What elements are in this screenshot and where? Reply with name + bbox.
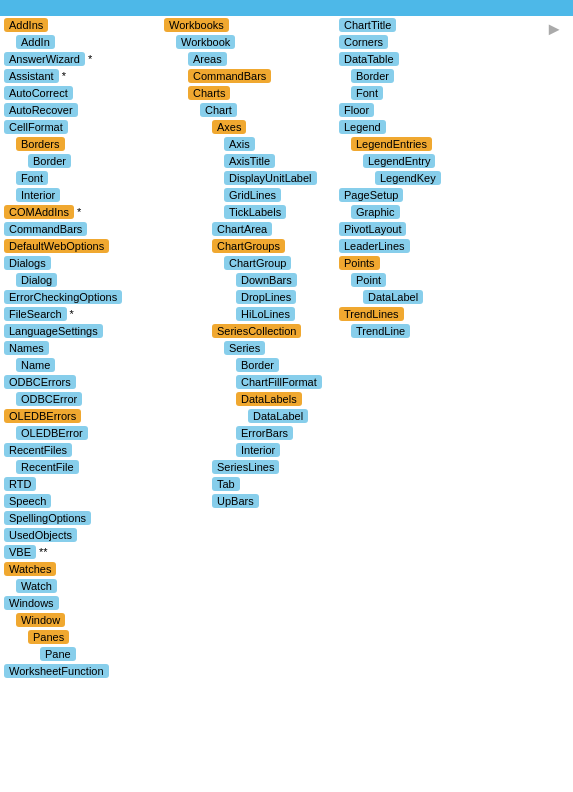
list-item[interactable]: HiLoLines: [236, 306, 337, 322]
list-item[interactable]: SeriesLines: [212, 459, 337, 475]
node-label: ChartArea: [212, 222, 272, 236]
list-item[interactable]: Assistant *: [4, 68, 162, 84]
list-item[interactable]: UsedObjects: [4, 527, 162, 543]
list-item[interactable]: ODBCErrors: [4, 374, 162, 390]
list-item[interactable]: GridLines: [224, 187, 337, 203]
node-label: Tab: [212, 477, 240, 491]
list-item[interactable]: Legend: [339, 119, 537, 135]
list-item[interactable]: TickLabels: [224, 204, 337, 220]
list-item[interactable]: LanguageSettings: [4, 323, 162, 339]
star-marker: *: [70, 308, 74, 320]
list-item[interactable]: Interior: [236, 442, 337, 458]
list-item[interactable]: ErrorCheckingOptions: [4, 289, 162, 305]
list-item[interactable]: TrendLines: [339, 306, 537, 322]
list-item[interactable]: DefaultWebOptions: [4, 238, 162, 254]
list-item[interactable]: Speech: [4, 493, 162, 509]
list-item[interactable]: Charts: [188, 85, 337, 101]
node-label: Dialog: [16, 273, 57, 287]
list-item[interactable]: DataLabels: [236, 391, 337, 407]
node-label: TickLabels: [224, 205, 286, 219]
list-item[interactable]: Workbooks: [164, 17, 337, 33]
list-item[interactable]: AddIns: [4, 17, 162, 33]
list-item[interactable]: LeaderLines: [339, 238, 537, 254]
list-item[interactable]: Axis: [224, 136, 337, 152]
list-item[interactable]: LegendEntry: [363, 153, 537, 169]
list-item[interactable]: Names: [4, 340, 162, 356]
list-item[interactable]: Floor: [339, 102, 537, 118]
list-item[interactable]: SeriesCollection: [212, 323, 337, 339]
node-label: Interior: [16, 188, 60, 202]
list-item[interactable]: PivotLayout: [339, 221, 537, 237]
list-item[interactable]: Point: [351, 272, 537, 288]
list-item[interactable]: AutoCorrect: [4, 85, 162, 101]
list-item[interactable]: Border: [351, 68, 537, 84]
list-item[interactable]: Axes: [212, 119, 337, 135]
list-item[interactable]: Watches: [4, 561, 162, 577]
list-item[interactable]: Chart: [200, 102, 337, 118]
list-item[interactable]: Dialog: [16, 272, 162, 288]
node-label: LanguageSettings: [4, 324, 103, 338]
list-item[interactable]: ChartFillFormat: [236, 374, 337, 390]
list-item[interactable]: Border: [28, 153, 162, 169]
list-item[interactable]: Interior: [16, 187, 162, 203]
list-item[interactable]: ErrorBars: [236, 425, 337, 441]
node-label: Chart: [200, 103, 237, 117]
node-label: LegendKey: [375, 171, 441, 185]
list-item[interactable]: DropLines: [236, 289, 337, 305]
list-item[interactable]: Series: [224, 340, 337, 356]
list-item[interactable]: DownBars: [236, 272, 337, 288]
list-item[interactable]: DisplayUnitLabel: [224, 170, 337, 186]
list-item[interactable]: Window: [16, 612, 162, 628]
list-item[interactable]: LegendKey: [375, 170, 537, 186]
node-label: Interior: [236, 443, 280, 457]
list-item[interactable]: AnswerWizard *: [4, 51, 162, 67]
list-item[interactable]: Font: [16, 170, 162, 186]
list-item[interactable]: AddIn: [16, 34, 162, 50]
node-label: SeriesCollection: [212, 324, 301, 338]
list-item[interactable]: Borders: [16, 136, 162, 152]
list-item[interactable]: CommandBars: [4, 221, 162, 237]
list-item[interactable]: VBE **: [4, 544, 162, 560]
list-item[interactable]: AxisTitle: [224, 153, 337, 169]
list-item[interactable]: ChartGroup: [224, 255, 337, 271]
list-item[interactable]: COMAddIns *: [4, 204, 162, 220]
list-item[interactable]: ODBCError: [16, 391, 162, 407]
list-item[interactable]: Panes: [28, 629, 162, 645]
list-item[interactable]: WorksheetFunction: [4, 663, 162, 679]
list-item[interactable]: Corners: [339, 34, 537, 50]
list-item[interactable]: PageSetup: [339, 187, 537, 203]
list-item[interactable]: Pane: [40, 646, 162, 662]
list-item[interactable]: RecentFiles: [4, 442, 162, 458]
list-item[interactable]: UpBars: [212, 493, 337, 509]
list-item[interactable]: Tab: [212, 476, 337, 492]
list-item[interactable]: CellFormat: [4, 119, 162, 135]
node-label: AddIn: [16, 35, 55, 49]
list-item[interactable]: ChartArea: [212, 221, 337, 237]
list-item[interactable]: Border: [236, 357, 337, 373]
list-item[interactable]: Watch: [16, 578, 162, 594]
list-item[interactable]: Areas: [188, 51, 337, 67]
list-item[interactable]: AutoRecover: [4, 102, 162, 118]
list-item[interactable]: CommandBars: [188, 68, 337, 84]
list-item[interactable]: RTD: [4, 476, 162, 492]
list-item[interactable]: Name: [16, 357, 162, 373]
list-item[interactable]: FileSearch *: [4, 306, 162, 322]
list-item[interactable]: DataTable: [339, 51, 537, 67]
list-item[interactable]: SpellingOptions: [4, 510, 162, 526]
list-item[interactable]: DataLabel: [248, 408, 337, 424]
list-item[interactable]: LegendEntries: [351, 136, 537, 152]
list-item[interactable]: RecentFile: [16, 459, 162, 475]
list-item[interactable]: Font: [351, 85, 537, 101]
list-item[interactable]: OLEDBErrors: [4, 408, 162, 424]
list-item[interactable]: OLEDBError: [16, 425, 162, 441]
list-item[interactable]: Windows: [4, 595, 162, 611]
nav-arrow: ►: [545, 16, 563, 43]
list-item[interactable]: TrendLine: [351, 323, 537, 339]
list-item[interactable]: ChartGroups: [212, 238, 337, 254]
list-item[interactable]: Dialogs: [4, 255, 162, 271]
list-item[interactable]: Workbook: [176, 34, 337, 50]
list-item[interactable]: Points: [339, 255, 537, 271]
list-item[interactable]: ChartTitle: [339, 17, 537, 33]
list-item[interactable]: DataLabel: [363, 289, 537, 305]
list-item[interactable]: Graphic: [351, 204, 537, 220]
